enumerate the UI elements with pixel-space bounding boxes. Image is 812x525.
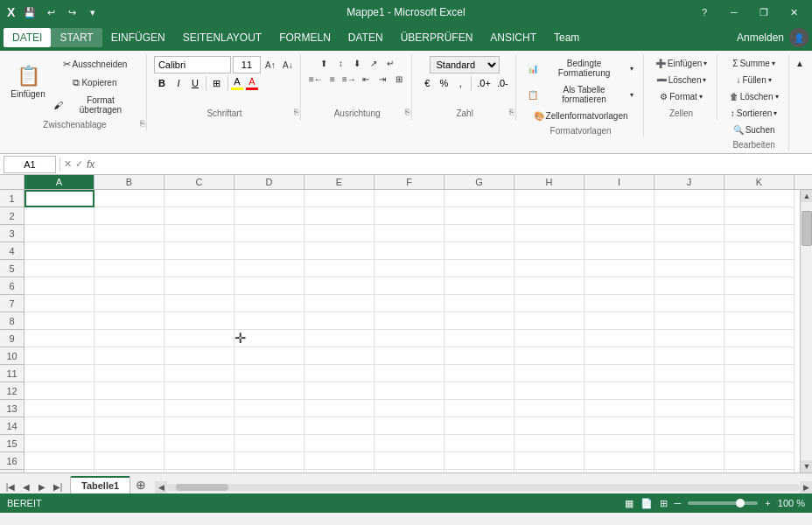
cell-D4[interactable] — [234, 242, 304, 260]
orientation-button[interactable]: ↗ — [366, 56, 382, 70]
tab-prev-button[interactable]: ◀ — [19, 480, 33, 494]
cell-I1[interactable] — [584, 190, 654, 207]
zoom-out-icon[interactable]: ─ — [675, 498, 682, 508]
row-header-4[interactable]: 4 — [0, 242, 24, 260]
cell-I7[interactable] — [584, 295, 654, 312]
conditional-format-button[interactable]: 📊 Bedingte Formatierung — [523, 56, 638, 80]
scroll-down-button[interactable]: ▼ — [801, 460, 812, 472]
cell-J11[interactable] — [654, 365, 724, 382]
row-header-12[interactable]: 12 — [0, 382, 24, 400]
cell-A4[interactable] — [24, 242, 94, 260]
cell-D9[interactable] — [234, 330, 304, 347]
menu-item-seitenlayout[interactable]: SEITENLAYOUT — [174, 28, 270, 47]
cell-F8[interactable] — [374, 312, 444, 330]
cell-J15[interactable] — [654, 435, 724, 452]
cell-J14[interactable] — [654, 417, 724, 435]
copy-button[interactable]: ⧉ Kopieren — [49, 74, 141, 91]
cell-F4[interactable] — [374, 242, 444, 260]
italic-button[interactable]: I — [171, 75, 186, 91]
underline-button[interactable]: U — [187, 75, 203, 91]
cell-E1[interactable] — [304, 190, 374, 207]
cell-G15[interactable] — [444, 435, 514, 452]
cell-I4[interactable] — [584, 242, 654, 260]
sort-filter-button[interactable]: ↕ Sortieren — [724, 106, 783, 121]
add-sheet-button[interactable]: ⊕ — [132, 476, 150, 494]
menu-item-ansicht[interactable]: ANSICHT — [481, 28, 545, 47]
cell-A15[interactable] — [24, 435, 94, 452]
cell-J8[interactable] — [654, 312, 724, 330]
cell-C6[interactable] — [164, 277, 234, 295]
cell-D5[interactable] — [234, 260, 304, 277]
cell-A10[interactable] — [24, 347, 94, 365]
scroll-up-button[interactable]: ▲ — [801, 190, 812, 202]
cell-C14[interactable] — [164, 417, 234, 435]
col-header-J[interactable]: J — [654, 175, 724, 189]
cell-I5[interactable] — [584, 260, 654, 277]
cell-I15[interactable] — [584, 435, 654, 452]
cell-C8[interactable] — [164, 312, 234, 330]
cell-I16[interactable] — [584, 452, 654, 470]
cell-B14[interactable] — [94, 417, 164, 435]
cell-K16[interactable] — [724, 452, 794, 470]
cell-E14[interactable] — [304, 417, 374, 435]
align-right-button[interactable]: ≡→ — [341, 72, 357, 86]
cell-B8[interactable] — [94, 312, 164, 330]
cell-E15[interactable] — [304, 435, 374, 452]
col-header-I[interactable]: I — [584, 175, 654, 189]
cell-C12[interactable] — [164, 382, 234, 400]
cell-E3[interactable] — [304, 225, 374, 242]
cell-G12[interactable] — [444, 382, 514, 400]
cell-E17[interactable] — [304, 470, 374, 472]
cell-H15[interactable] — [514, 435, 584, 452]
col-header-G[interactable]: G — [444, 175, 514, 189]
cell-G8[interactable] — [444, 312, 514, 330]
cell-K12[interactable] — [724, 382, 794, 400]
cell-I3[interactable] — [584, 225, 654, 242]
cell-C10[interactable] — [164, 347, 234, 365]
cell-B15[interactable] — [94, 435, 164, 452]
cell-J6[interactable] — [654, 277, 724, 295]
cell-A8[interactable] — [24, 312, 94, 330]
cell-G9[interactable] — [444, 330, 514, 347]
cell-F17[interactable] — [374, 470, 444, 472]
scroll-right-button[interactable]: ▶ — [800, 481, 812, 494]
cell-D15[interactable] — [234, 435, 304, 452]
cell-E8[interactable] — [304, 312, 374, 330]
cell-E9[interactable] — [304, 330, 374, 347]
cell-K17[interactable] — [724, 470, 794, 472]
minimize-button[interactable]: ─ — [723, 4, 746, 21]
row-header-8[interactable]: 8 — [0, 312, 24, 330]
cell-J13[interactable] — [654, 400, 724, 417]
number-format-select[interactable]: Standard Zahl Währung Datum Text — [430, 56, 500, 74]
cell-A13[interactable] — [24, 400, 94, 417]
cell-B5[interactable] — [94, 260, 164, 277]
cell-B11[interactable] — [94, 365, 164, 382]
align-middle-button[interactable]: ↕ — [332, 56, 348, 70]
cell-D12[interactable] — [234, 382, 304, 400]
vertical-scrollbar[interactable]: ▲ ▼ — [800, 190, 812, 472]
cell-G1[interactable] — [444, 190, 514, 207]
cell-A1[interactable] — [24, 190, 94, 207]
row-header-11[interactable]: 11 — [0, 365, 24, 382]
col-header-D[interactable]: D — [234, 175, 304, 189]
cell-G6[interactable] — [444, 277, 514, 295]
cell-K10[interactable] — [724, 347, 794, 365]
col-header-F[interactable]: F — [374, 175, 444, 189]
fill-color-button[interactable]: A — [231, 76, 243, 90]
cell-K1[interactable] — [724, 190, 794, 207]
scroll-thumb-h[interactable] — [176, 484, 228, 491]
cell-B4[interactable] — [94, 242, 164, 260]
customize-qat-button[interactable]: ▾ — [83, 4, 102, 21]
undo-qat-button[interactable]: ↩ — [41, 4, 60, 21]
cell-C16[interactable] — [164, 452, 234, 470]
row-header-5[interactable]: 5 — [0, 260, 24, 277]
cell-B2[interactable] — [94, 207, 164, 225]
indent-decrease-button[interactable]: ⇤ — [358, 72, 374, 86]
cell-styles-button[interactable]: 🎨 Zellenformatvorlagen — [523, 108, 638, 123]
cell-A6[interactable] — [24, 277, 94, 295]
currency-button[interactable]: € — [419, 75, 435, 91]
merge-button[interactable]: ⊞ — [391, 72, 407, 86]
cell-J1[interactable] — [654, 190, 724, 207]
cell-K9[interactable] — [724, 330, 794, 347]
zoom-thumb[interactable] — [736, 499, 745, 508]
